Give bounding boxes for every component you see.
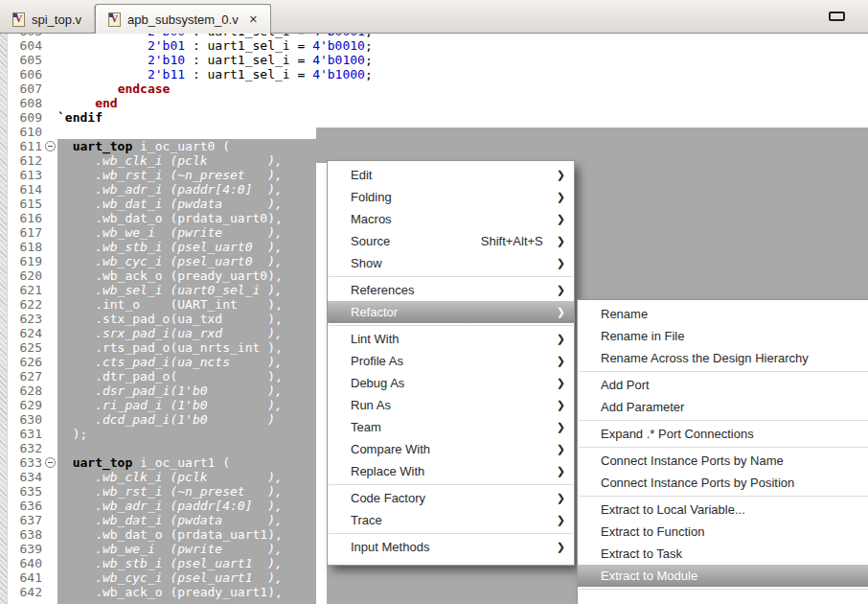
code-text: 2'b10 : uart1_sel_i = 4'b0100; xyxy=(57,53,373,67)
menu-item-connect-instance-ports-by-position[interactable]: Connect Instance Ports by Position xyxy=(578,472,868,494)
menu-item-edit[interactable]: Edit❯ xyxy=(328,164,574,186)
menu-item-lint-with[interactable]: Lint With❯ xyxy=(328,328,574,350)
menu-item-extract-to-module[interactable]: Extract to Module xyxy=(578,565,868,587)
line-number: 606 xyxy=(0,67,42,81)
line-number: 609 xyxy=(0,110,42,125)
menu-item-rename-in-file[interactable]: Rename in File xyxy=(578,325,868,347)
menu-item-extract-to-local-variable[interactable]: Extract to Local Variable... xyxy=(578,499,868,521)
menu-item-label: Rename Across the Design Hierarchy xyxy=(601,351,866,365)
code-line-604[interactable]: 604 2'b01 : uart1_sel_i = 4'b0010; xyxy=(0,38,868,53)
menu-item-source[interactable]: SourceShift+Alt+S❯ xyxy=(328,230,574,252)
menu-item-label: Extract to Module xyxy=(601,569,866,583)
submenu-arrow-icon: ❯ xyxy=(557,328,565,350)
submenu-arrow-icon: ❯ xyxy=(557,487,565,509)
code-text: 2'b11 : uart1_sel_i = 4'b1000; xyxy=(57,67,373,81)
menu-item-show[interactable]: Show❯ xyxy=(328,252,574,274)
submenu-arrow-icon: ❯ xyxy=(557,230,565,252)
menu-item-rename-across-the-design-hierarchy[interactable]: Rename Across the Design Hierarchy xyxy=(578,347,868,369)
code-text: .wb_clk_i (pclk ), xyxy=(57,153,283,168)
code-text: .cts_pad_i(ua_ncts ), xyxy=(57,355,283,369)
line-number: 619 xyxy=(0,254,42,268)
menu-item-label: Add Port xyxy=(601,378,866,392)
code-text: .wb_adr_i (paddr[4:0] ), xyxy=(57,499,283,513)
menu-item-input-methods[interactable]: Input Methods❯ xyxy=(328,536,574,558)
menu-item-label: Extract to Local Variable... xyxy=(601,502,866,517)
tab-apb-subsystem[interactable]: V apb_subsystem_0.v ✕ xyxy=(95,4,271,34)
line-number: 622 xyxy=(0,297,42,312)
code-text: .dcd_pad_i(1'b0 ) xyxy=(57,412,275,427)
code-line-608[interactable]: 608 end xyxy=(0,96,868,110)
menu-item-expand-port-connections[interactable]: Expand .* Port Connections xyxy=(578,423,868,445)
line-number: 614 xyxy=(0,182,42,197)
menu-item-compare-with[interactable]: Compare With❯ xyxy=(328,438,574,460)
menu-item-refactor[interactable]: Refactor❯ xyxy=(328,301,574,323)
menu-item-macros[interactable]: Macros❯ xyxy=(328,208,574,230)
line-number: 642 xyxy=(0,585,42,599)
menu-item-label: Compare With xyxy=(351,442,557,456)
line-number: 611 xyxy=(0,139,42,153)
menu-item-replace-with[interactable]: Replace With❯ xyxy=(328,460,574,482)
minimize-icon[interactable] xyxy=(829,12,845,21)
close-tab-icon[interactable]: ✕ xyxy=(249,13,258,26)
menu-item-extract-to-function[interactable]: Extract to Function xyxy=(578,521,868,543)
line-number: 641 xyxy=(0,570,42,585)
menu-separator xyxy=(329,325,573,326)
code-text: .wb_rst_i (~n_preset ), xyxy=(57,484,283,499)
menu-separator xyxy=(329,484,573,485)
line-number: 634 xyxy=(0,470,42,484)
code-text: .srx_pad_i(ua_rxd ), xyxy=(57,326,283,340)
code-text: 2'b01 : uart1_sel_i = 4'b0010; xyxy=(57,38,373,53)
code-text: .dtr_pad_o( ), xyxy=(57,369,283,383)
submenu-arrow-icon: ❯ xyxy=(557,301,565,323)
menu-item-connect-instance-ports-by-name[interactable]: Connect Instance Ports by Name xyxy=(578,450,868,472)
line-number: 616 xyxy=(0,211,42,225)
menu-item-label: Add Parameter xyxy=(601,400,866,414)
menu-item-label: Profile As xyxy=(351,354,557,368)
code-line-606[interactable]: 606 2'b11 : uart1_sel_i = 4'b1000; xyxy=(0,67,868,81)
menu-item-run-as[interactable]: Run As❯ xyxy=(328,394,574,416)
menu-item-debug-as[interactable]: Debug As❯ xyxy=(328,372,574,394)
code-line-607[interactable]: 607 endcase xyxy=(0,81,868,96)
code-line-609[interactable]: 609`endif xyxy=(0,110,868,125)
menu-item-label: Connect Instance Ports by Name xyxy=(601,453,866,468)
code-text: .wb_dat_o (prdata_uart0), xyxy=(57,211,283,225)
tab-spi-top[interactable]: V spi_top.v xyxy=(0,6,95,33)
menu-item-add-parameter[interactable]: Add Parameter xyxy=(578,396,868,418)
line-number: 627 xyxy=(0,369,42,383)
refactor-submenu: RenameRename in FileRename Across the De… xyxy=(577,299,868,604)
fold-collapse-icon[interactable] xyxy=(45,457,56,468)
menu-separator xyxy=(579,447,868,448)
menu-item-label: Replace With xyxy=(351,464,557,478)
code-text: .wb_we_i (pwrite ), xyxy=(57,225,283,240)
line-number: 637 xyxy=(0,513,42,527)
menu-item-add-port[interactable]: Add Port xyxy=(578,374,868,396)
menu-item-code-factory[interactable]: Code Factory❯ xyxy=(328,487,574,509)
line-number: 632 xyxy=(0,441,42,455)
code-text: .wb_we_i (pwrite ), xyxy=(57,542,283,556)
menu-item-trace[interactable]: Trace❯ xyxy=(328,509,574,531)
menu-item-team[interactable]: Team❯ xyxy=(328,416,574,438)
submenu-arrow-icon: ❯ xyxy=(557,416,565,438)
menu-item-references[interactable]: References❯ xyxy=(328,279,574,301)
tab-label: spi_top.v xyxy=(32,12,81,27)
menu-item-label: Expand .* Port Connections xyxy=(601,427,866,441)
fold-collapse-icon[interactable] xyxy=(45,141,56,151)
menu-item-label: Macros xyxy=(351,212,557,226)
menu-item-extract-to-task[interactable]: Extract to Task xyxy=(578,543,868,565)
menu-item-label: Run As xyxy=(351,398,557,412)
editor-tab-bar: V spi_top.v V apb_subsystem_0.v ✕ xyxy=(0,0,868,34)
menu-item-rename[interactable]: Rename xyxy=(578,303,868,325)
menu-item-folding[interactable]: Folding❯ xyxy=(328,186,574,208)
icon-corner xyxy=(109,13,113,17)
menu-item-label: Extract to Task xyxy=(601,546,866,561)
code-text: uart_top i_oc_uart0 ( xyxy=(57,139,230,153)
menu-item-profile-as[interactable]: Profile As❯ xyxy=(328,350,574,372)
menu-item-label: Input Methods xyxy=(351,540,557,554)
submenu-arrow-icon: ❯ xyxy=(557,536,565,558)
menu-separator xyxy=(579,420,868,421)
menu-item-label: References xyxy=(351,283,557,297)
code-line-605[interactable]: 605 2'b10 : uart1_sel_i = 4'b0100; xyxy=(0,53,868,67)
submenu-arrow-icon: ❯ xyxy=(557,350,565,372)
line-number: 626 xyxy=(0,355,42,369)
code-text: .rts_pad_o(ua_nrts_int ), xyxy=(57,340,283,355)
